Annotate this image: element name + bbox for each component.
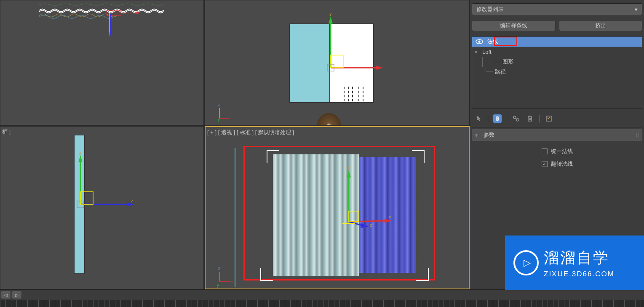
watermark: 溜溜自学 ZIXUE.3D66.COM (505, 236, 644, 290)
viewport-label-perspective[interactable]: [ + ] [ 透视 ] [ 标准 ] [ 默认明暗处理 ] (207, 129, 294, 136)
safe-frame-corner (416, 268, 429, 281)
svg-marker-11 (376, 66, 383, 70)
wave-splines: z (0, 3, 203, 36)
mini-axis-perspective: z y x (218, 267, 235, 284)
svg-text:x: x (389, 214, 391, 219)
modifier-list-dropdown[interactable]: 修改器列表 ▾ (472, 3, 642, 15)
svg-text:y: y (329, 13, 332, 16)
viewports-grid: z y (0, 0, 470, 289)
modifier-stack[interactable]: 法线 ▾ Loft 图形 路径 (472, 36, 642, 109)
path-line (233, 148, 237, 287)
drag-handle-icon[interactable] (635, 133, 639, 137)
svg-marker-30 (361, 223, 369, 228)
pin-icon[interactable] (474, 114, 483, 123)
parameters-header[interactable]: ▾ 参数 (472, 129, 642, 141)
gizmo-front: y (323, 13, 386, 76)
stack-toolbar (472, 113, 642, 124)
unify-normals-checkbox[interactable]: 统一法线 (472, 145, 642, 158)
watermark-title: 溜溜自学 (544, 248, 615, 268)
svg-marker-8 (329, 16, 333, 24)
svg-line-40 (516, 118, 517, 119)
highlight-annotation (494, 37, 517, 46)
viewport-bottom-left[interactable]: 框 ] y z (0, 126, 204, 289)
svg-rect-20 (80, 192, 93, 204)
viewport-perspective[interactable]: [ + ] [ 透视 ] [ 标准 ] [ 默认明暗处理 ] y x z (205, 126, 470, 289)
svg-rect-12 (331, 55, 343, 68)
svg-text:z: z (370, 222, 372, 228)
viewport-label-bl[interactable]: 框 ] (2, 128, 11, 136)
mini-axis-topright: z y (218, 104, 235, 121)
modifier-subitem-path[interactable]: 路径 (472, 67, 642, 77)
expand-icon[interactable]: ▾ (475, 49, 480, 55)
svg-text:y: y (79, 152, 82, 155)
gizmo-left: y z (72, 152, 139, 215)
modifier-subitem-shape[interactable]: 图形 (472, 57, 642, 67)
watermark-url: ZIXUE.3D66.COM (544, 270, 615, 278)
make-unique-icon[interactable] (512, 114, 521, 123)
extrude-button[interactable]: 挤出 (559, 20, 643, 31)
svg-rect-32 (349, 211, 359, 222)
viewport-top-right[interactable]: y z y (205, 0, 470, 125)
svg-marker-15 (78, 155, 83, 162)
timeline-prev-button[interactable]: ◁ (1, 291, 11, 299)
modifier-item-normal[interactable]: 法线 (472, 37, 642, 47)
safe-frame-corner (260, 268, 273, 281)
viewcube-navigator[interactable] (317, 113, 341, 125)
visibility-icon[interactable] (475, 38, 484, 45)
svg-marker-27 (385, 219, 392, 223)
svg-point-35 (478, 41, 481, 43)
parameters-section: ▾ 参数 统一法线 翻转法线 (472, 129, 642, 175)
modifier-item-loft[interactable]: ▾ Loft (472, 47, 642, 57)
configure-icon[interactable] (545, 114, 553, 123)
flip-normals-checkbox[interactable]: 翻转法线 (472, 158, 642, 170)
show-end-result-icon[interactable] (493, 114, 502, 123)
timeline-ruler[interactable] (0, 300, 644, 307)
svg-text:y: y (348, 167, 350, 170)
svg-marker-24 (347, 170, 351, 177)
safe-frame-corner (412, 150, 425, 163)
viewport-top-left[interactable]: z (0, 0, 204, 125)
svg-text:z: z (131, 198, 134, 203)
delete-icon[interactable] (526, 114, 534, 123)
watermark-logo-icon (513, 250, 539, 275)
collapse-icon: ▾ (475, 132, 480, 138)
edit-spline-button[interactable]: 编辑样条线 (472, 20, 556, 31)
timeline-bar: ◁ ▷ (0, 289, 644, 307)
timeline-next-button[interactable]: ▷ (12, 291, 22, 299)
gizmo-perspective: y x z (338, 167, 397, 234)
safe-frame-corner (267, 150, 279, 163)
